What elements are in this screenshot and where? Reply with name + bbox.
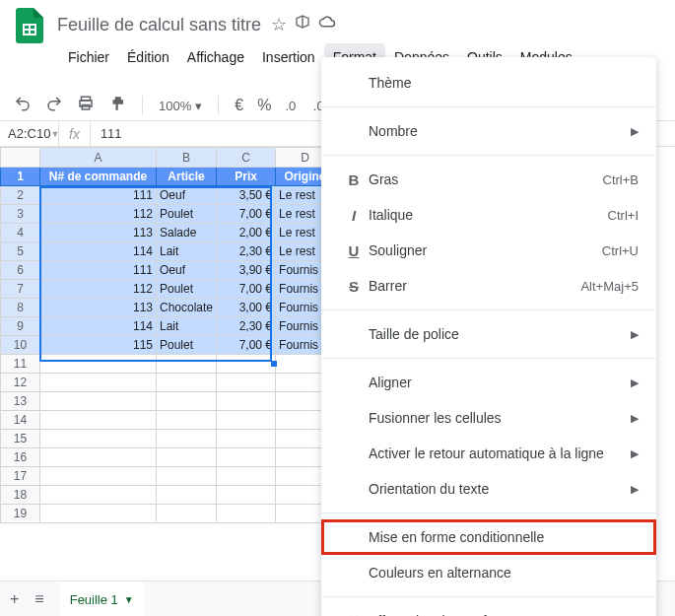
cell[interactable] xyxy=(217,355,276,374)
paint-format-icon[interactable] xyxy=(108,95,126,116)
move-icon[interactable] xyxy=(295,14,310,35)
cell[interactable]: 111 xyxy=(40,261,157,280)
row-header[interactable]: 18 xyxy=(1,486,40,505)
cell[interactable]: Oeuf xyxy=(157,261,217,280)
row-header[interactable]: 14 xyxy=(1,411,40,430)
row-header[interactable]: 3 xyxy=(1,205,40,224)
cell[interactable] xyxy=(157,486,217,505)
menu-conditional-formatting[interactable]: Mise en forme conditionnelle xyxy=(321,519,656,555)
menu-alternating-colors[interactable]: Couleurs en alternance xyxy=(321,555,656,590)
redo-icon[interactable] xyxy=(45,95,63,116)
cell[interactable]: Poulet xyxy=(157,205,217,224)
cell[interactable] xyxy=(157,392,217,411)
cell[interactable]: Lait xyxy=(157,242,217,261)
cell[interactable] xyxy=(40,448,157,467)
cell[interactable]: 3,00 € xyxy=(217,299,276,317)
percent-icon[interactable]: % xyxy=(257,97,271,114)
formula-input[interactable]: 111 xyxy=(91,126,132,141)
zoom-control[interactable]: 100% ▾ xyxy=(159,99,202,113)
cell[interactable]: Poulet xyxy=(157,336,217,355)
row-header[interactable]: 6 xyxy=(1,261,40,280)
cell[interactable]: Poulet xyxy=(157,280,217,299)
cell[interactable]: Oeuf xyxy=(157,186,217,205)
all-sheets-icon[interactable]: ≡ xyxy=(34,590,43,608)
cell[interactable]: 113 xyxy=(40,299,157,317)
cell[interactable] xyxy=(40,486,157,505)
menu-insertion[interactable]: Insertion xyxy=(253,43,324,87)
menu-clear-formatting[interactable]: ✕Effacer la mise en formeCtrl+\ xyxy=(321,603,656,616)
row-header[interactable]: 5 xyxy=(1,242,40,261)
row-header[interactable]: 7 xyxy=(1,280,40,299)
cell[interactable] xyxy=(157,448,217,467)
currency-icon[interactable]: € xyxy=(235,97,243,114)
cell[interactable]: 112 xyxy=(40,280,157,299)
cell[interactable]: 2,30 € xyxy=(217,242,276,261)
cell[interactable] xyxy=(157,505,217,523)
row-header[interactable]: 1 xyxy=(1,168,40,186)
row-header[interactable]: 9 xyxy=(1,317,40,336)
menu-font-size[interactable]: Taille de police▶ xyxy=(321,316,656,352)
row-header[interactable]: 10 xyxy=(1,336,40,355)
sheets-logo[interactable] xyxy=(12,8,47,43)
cell[interactable]: 114 xyxy=(40,242,157,261)
menu-merge[interactable]: Fusionner les cellules▶ xyxy=(321,400,656,436)
cell[interactable]: Chocolate xyxy=(157,299,217,317)
cell[interactable] xyxy=(40,355,157,374)
cell[interactable] xyxy=(40,411,157,430)
cell[interactable] xyxy=(217,467,276,486)
row-header[interactable]: 15 xyxy=(1,430,40,448)
menu-strike[interactable]: SBarrerAlt+Maj+5 xyxy=(321,268,656,304)
menu-affichage[interactable]: Affichage xyxy=(178,43,253,87)
row-header[interactable]: 4 xyxy=(1,224,40,242)
row-header[interactable]: 11 xyxy=(1,355,40,374)
cell[interactable] xyxy=(40,430,157,448)
menu-rotate[interactable]: Orientation du texte▶ xyxy=(321,471,656,507)
cell[interactable] xyxy=(157,411,217,430)
cell[interactable] xyxy=(157,430,217,448)
cell[interactable]: 2,00 € xyxy=(217,224,276,242)
cell[interactable] xyxy=(40,392,157,411)
print-icon[interactable] xyxy=(77,95,95,116)
cell[interactable]: 114 xyxy=(40,317,157,336)
header-cell[interactable]: N# de commande xyxy=(40,168,157,186)
menu-italic[interactable]: IItaliqueCtrl+I xyxy=(321,197,656,233)
doc-title[interactable]: Feuille de calcul sans titre xyxy=(57,15,261,35)
cloud-icon[interactable] xyxy=(318,14,336,35)
cell[interactable] xyxy=(217,411,276,430)
cell[interactable]: 113 xyxy=(40,224,157,242)
cell[interactable] xyxy=(40,505,157,523)
cell[interactable]: 2,30 € xyxy=(217,317,276,336)
col-header[interactable]: A xyxy=(40,148,157,168)
name-box[interactable]: A2:C10 ▼ xyxy=(0,121,59,146)
cell[interactable] xyxy=(40,467,157,486)
menu-bold[interactable]: BGrasCtrl+B xyxy=(321,162,656,197)
cell[interactable]: 3,50 € xyxy=(217,186,276,205)
row-header[interactable]: 2 xyxy=(1,186,40,205)
cell[interactable]: 112 xyxy=(40,205,157,224)
cell[interactable] xyxy=(217,374,276,392)
col-header[interactable]: C xyxy=(217,148,276,168)
row-header[interactable]: 17 xyxy=(1,467,40,486)
decrease-decimal-icon[interactable]: .0 xyxy=(285,99,299,113)
cell[interactable] xyxy=(40,374,157,392)
header-cell[interactable]: Article xyxy=(157,168,217,186)
cell[interactable] xyxy=(217,392,276,411)
cell[interactable]: 111 xyxy=(40,186,157,205)
cell[interactable]: 7,00 € xyxy=(217,280,276,299)
menu-theme[interactable]: Thème xyxy=(321,65,656,101)
menu-underline[interactable]: USoulignerCtrl+U xyxy=(321,233,656,268)
cell[interactable] xyxy=(217,505,276,523)
cell[interactable]: 7,00 € xyxy=(217,205,276,224)
cell[interactable] xyxy=(157,467,217,486)
cell[interactable]: 3,90 € xyxy=(217,261,276,280)
menu-number[interactable]: Nombre▶ xyxy=(321,113,656,149)
star-icon[interactable]: ☆ xyxy=(271,14,287,35)
row-header[interactable]: 8 xyxy=(1,299,40,317)
cell[interactable]: Salade xyxy=(157,224,217,242)
row-header[interactable]: 12 xyxy=(1,374,40,392)
menu-édition[interactable]: Édition xyxy=(118,43,178,87)
cell[interactable] xyxy=(157,355,217,374)
undo-icon[interactable] xyxy=(14,95,32,116)
cell[interactable]: 115 xyxy=(40,336,157,355)
cell[interactable] xyxy=(217,430,276,448)
